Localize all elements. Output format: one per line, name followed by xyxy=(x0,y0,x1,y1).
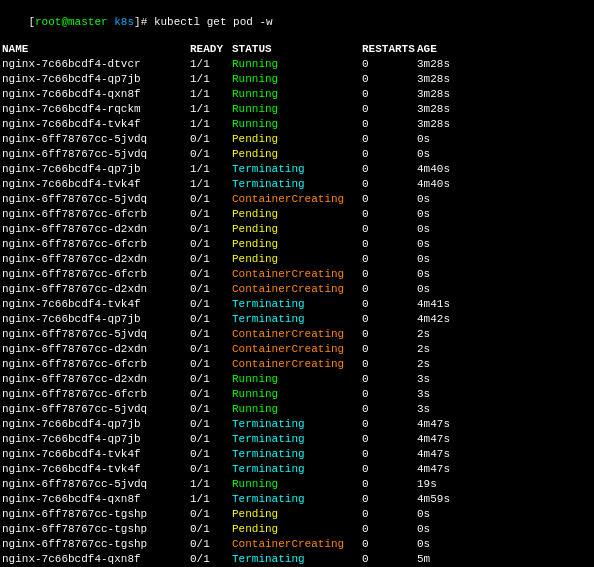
pod-status: Terminating xyxy=(232,417,362,432)
table-row: nginx-6ff78767cc-d2xdn0/1ContainerCreati… xyxy=(2,342,592,357)
pod-age: 4m59s xyxy=(417,492,450,507)
pod-age: 3m28s xyxy=(417,102,450,117)
pod-status: Terminating xyxy=(232,462,362,477)
pod-status: Running xyxy=(232,477,362,492)
pod-status: ContainerCreating xyxy=(232,357,362,372)
table-row: nginx-6ff78767cc-6fcrb0/1ContainerCreati… xyxy=(2,267,592,282)
pod-ready: 1/1 xyxy=(190,72,232,87)
pod-name: nginx-6ff78767cc-d2xdn xyxy=(2,372,190,387)
pod-status: Terminating xyxy=(232,177,362,192)
table-row: nginx-6ff78767cc-6fcrb0/1Pending00s xyxy=(2,207,592,222)
pod-name: nginx-6ff78767cc-5jvdq xyxy=(2,132,190,147)
table-row: nginx-6ff78767cc-5jvdq0/1Running03s xyxy=(2,402,592,417)
pod-age: 0s xyxy=(417,192,430,207)
table-row: nginx-7c66bcdf4-tvk4f1/1Terminating04m40… xyxy=(2,177,592,192)
pod-age: 4m41s xyxy=(417,297,450,312)
pod-ready: 1/1 xyxy=(190,57,232,72)
pod-restarts: 0 xyxy=(362,312,417,327)
pod-ready: 0/1 xyxy=(190,252,232,267)
table-row: nginx-6ff78767cc-5jvdq0/1ContainerCreati… xyxy=(2,192,592,207)
pod-name: nginx-7c66bcdf4-qp7jb xyxy=(2,432,190,447)
pod-status: Terminating xyxy=(232,552,362,567)
pod-restarts: 0 xyxy=(362,252,417,267)
pod-ready: 0/1 xyxy=(190,147,232,162)
pod-status: ContainerCreating xyxy=(232,327,362,342)
pod-status: Running xyxy=(232,372,362,387)
pod-name: nginx-7c66bcdf4-qxn8f xyxy=(2,492,190,507)
pod-status: Pending xyxy=(232,207,362,222)
pod-status: Terminating xyxy=(232,492,362,507)
pod-ready: 1/1 xyxy=(190,177,232,192)
pod-name: nginx-7c66bcdf4-tvk4f xyxy=(2,297,190,312)
pod-restarts: 0 xyxy=(362,507,417,522)
table-row: nginx-7c66bcdf4-qp7jb1/1Terminating04m40… xyxy=(2,162,592,177)
pod-age: 3m28s xyxy=(417,117,450,132)
pod-status: Pending xyxy=(232,222,362,237)
pod-age: 4m47s xyxy=(417,447,450,462)
pod-age: 4m47s xyxy=(417,462,450,477)
pod-name: nginx-6ff78767cc-tgshp xyxy=(2,522,190,537)
table-row: nginx-6ff78767cc-d2xdn0/1Pending00s xyxy=(2,252,592,267)
pod-restarts: 0 xyxy=(362,102,417,117)
table-row: nginx-7c66bcdf4-dtvcr1/1Running03m28s xyxy=(2,57,592,72)
pod-status: Terminating xyxy=(232,297,362,312)
pod-ready: 0/1 xyxy=(190,342,232,357)
prompt-bracket2: ]# xyxy=(134,16,154,28)
pod-name: nginx-7c66bcdf4-qxn8f xyxy=(2,87,190,102)
pod-restarts: 0 xyxy=(362,462,417,477)
pod-age: 4m40s xyxy=(417,177,450,192)
pod-ready: 0/1 xyxy=(190,432,232,447)
pod-status: Terminating xyxy=(232,447,362,462)
pod-restarts: 0 xyxy=(362,147,417,162)
prompt-command: kubectl get pod -w xyxy=(154,16,273,28)
header-name: NAME xyxy=(2,42,190,57)
pod-ready: 0/1 xyxy=(190,327,232,342)
table-row: nginx-7c66bcdf4-tvk4f1/1Running03m28s xyxy=(2,117,592,132)
pod-restarts: 0 xyxy=(362,327,417,342)
table-row: nginx-6ff78767cc-tgshp0/1ContainerCreati… xyxy=(2,537,592,552)
table-row: nginx-6ff78767cc-6fcrb0/1Running03s xyxy=(2,387,592,402)
pod-restarts: 0 xyxy=(362,432,417,447)
pod-ready: 0/1 xyxy=(190,462,232,477)
pod-name: nginx-7c66bcdf4-tvk4f xyxy=(2,177,190,192)
pod-ready: 0/1 xyxy=(190,447,232,462)
pod-restarts: 0 xyxy=(362,417,417,432)
pod-name: nginx-6ff78767cc-5jvdq xyxy=(2,192,190,207)
pod-restarts: 0 xyxy=(362,297,417,312)
terminal: [root@master k8s]# kubectl get pod -w NA… xyxy=(0,0,594,567)
pod-status: Pending xyxy=(232,132,362,147)
pod-ready: 0/1 xyxy=(190,282,232,297)
pod-ready: 0/1 xyxy=(190,522,232,537)
pod-age: 0s xyxy=(417,537,430,552)
pod-ready: 0/1 xyxy=(190,192,232,207)
pod-status: Pending xyxy=(232,147,362,162)
pod-age: 0s xyxy=(417,207,430,222)
table-row: nginx-6ff78767cc-d2xdn0/1ContainerCreati… xyxy=(2,282,592,297)
table-row: nginx-6ff78767cc-5jvdq0/1ContainerCreati… xyxy=(2,327,592,342)
pod-ready: 1/1 xyxy=(190,477,232,492)
pod-status: Running xyxy=(232,87,362,102)
pod-name: nginx-6ff78767cc-5jvdq xyxy=(2,477,190,492)
pod-ready: 0/1 xyxy=(190,312,232,327)
header-ready: READY xyxy=(190,42,232,57)
pod-status: Pending xyxy=(232,507,362,522)
table-row: nginx-7c66bcdf4-qp7jb1/1Running03m28s xyxy=(2,72,592,87)
table-row: nginx-6ff78767cc-tgshp0/1Pending00s xyxy=(2,522,592,537)
pod-restarts: 0 xyxy=(362,237,417,252)
table-row: nginx-7c66bcdf4-qp7jb0/1Terminating04m47… xyxy=(2,432,592,447)
pod-ready: 1/1 xyxy=(190,87,232,102)
pod-name: nginx-6ff78767cc-6fcrb xyxy=(2,237,190,252)
pod-restarts: 0 xyxy=(362,522,417,537)
pod-age: 0s xyxy=(417,237,430,252)
pod-ready: 0/1 xyxy=(190,402,232,417)
pod-restarts: 0 xyxy=(362,387,417,402)
table-row: nginx-7c66bcdf4-qp7jb0/1Terminating04m42… xyxy=(2,312,592,327)
pod-restarts: 0 xyxy=(362,552,417,567)
pod-name: nginx-7c66bcdf4-qp7jb xyxy=(2,312,190,327)
pod-ready: 0/1 xyxy=(190,357,232,372)
prompt-line: [root@master k8s]# kubectl get pod -w xyxy=(2,4,592,40)
prompt-dir: k8s xyxy=(114,16,134,28)
pod-restarts: 0 xyxy=(362,402,417,417)
pod-restarts: 0 xyxy=(362,72,417,87)
pod-restarts: 0 xyxy=(362,282,417,297)
